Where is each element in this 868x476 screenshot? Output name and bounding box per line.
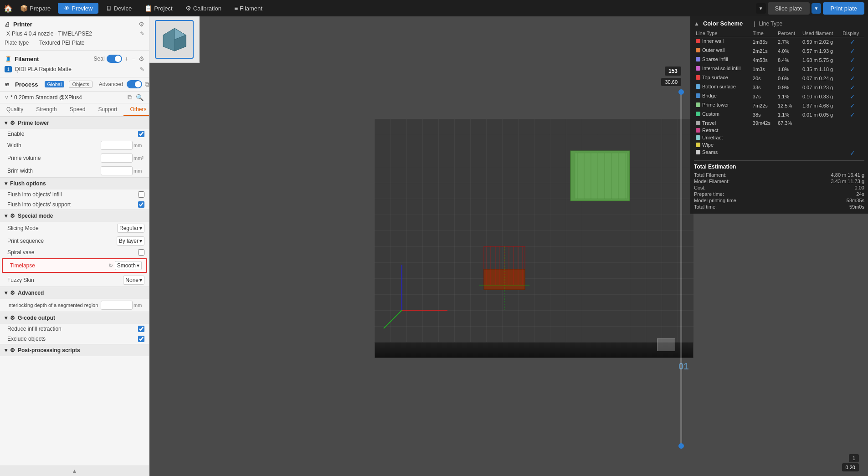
filament-add-icon[interactable]: +	[125, 55, 128, 62]
printer-settings-icon[interactable]: ⚙	[139, 20, 144, 28]
fuzzy-skin-select[interactable]: None ▾	[123, 276, 144, 285]
print-plate-button[interactable]: Print plate	[823, 2, 864, 15]
scroll-up-icon[interactable]: ▲	[72, 468, 77, 474]
spiral-vase-checkbox[interactable]	[138, 249, 144, 256]
filament-icon: ≡	[234, 5, 238, 12]
gcode-output-header[interactable]: ▾ ⚙ G-code output	[0, 312, 149, 324]
col-line-type: Line Type	[694, 30, 751, 37]
slice-plate-button[interactable]: Slice plate	[768, 2, 810, 15]
cost-label: Cost:	[694, 185, 706, 190]
prime-tower-header[interactable]: ▾ ⚙ Prime tower	[0, 117, 149, 129]
advanced-icon: ⚙	[10, 290, 15, 296]
row-display-7[interactable]: ✓	[841, 101, 864, 110]
tab-strength[interactable]: Strength	[30, 103, 63, 116]
estimation-section: Total Estimation Total Filament: 4.80 m …	[694, 160, 864, 210]
home-icon[interactable]: 🏠	[4, 4, 13, 13]
prime-tower-width-input[interactable]: 35	[101, 141, 133, 150]
nav-device[interactable]: 🖥 Device	[100, 3, 138, 14]
row-display-3[interactable]: ✓	[841, 65, 864, 74]
row-display-0[interactable]: ✓	[841, 37, 864, 47]
row-display-11[interactable]	[841, 134, 864, 141]
row-display-10[interactable]	[841, 127, 864, 134]
viewport[interactable]: 01 153 30.60 1 0.20 ▲ Color Scheme | Lin…	[149, 16, 868, 476]
layer-slider-container[interactable]	[678, 89, 685, 449]
thumbnail-image[interactable]	[155, 20, 194, 59]
flush-support-checkbox[interactable]	[138, 201, 144, 208]
special-mode-header[interactable]: ▾ ⚙ Special mode	[0, 210, 149, 222]
nav-preview[interactable]: 👁 Preview	[58, 3, 98, 14]
interlocking-input[interactable]: 0	[101, 301, 133, 310]
prime-tower-enable-row: Enable	[0, 129, 149, 139]
plate-type-value[interactable]: Textured PEI Plate	[39, 40, 84, 46]
row-display-6[interactable]: ✓	[841, 92, 864, 101]
tab-support[interactable]: Support	[92, 103, 123, 116]
row-time-11	[751, 134, 776, 141]
nav-prepare[interactable]: 📦 Prepare	[15, 3, 56, 14]
brim-width-label: Brim width	[7, 168, 101, 174]
row-display-8[interactable]: ✓	[841, 110, 864, 119]
nav-preview-label: Preview	[72, 5, 92, 12]
process-global-tag[interactable]: Global	[45, 81, 65, 87]
tab-others[interactable]: Others	[123, 103, 149, 116]
timelapse-label: Timelapse	[10, 262, 108, 269]
reduce-retraction-checkbox[interactable]	[138, 326, 144, 332]
filament-seal-toggle[interactable]	[107, 55, 122, 63]
nav-filament[interactable]: ≡ Filament	[229, 3, 268, 14]
col-filament: Used filament	[801, 30, 841, 37]
total-filament-row: Total Filament: 4.80 m 16.41 g	[694, 172, 864, 178]
slicing-mode-select[interactable]: Regular ▾	[117, 224, 144, 233]
print-dropdown-arrow[interactable]: ▼	[812, 3, 822, 14]
printer-edit-icon[interactable]: ✎	[140, 31, 144, 37]
main-layout: 🖨 Printer ⚙ X-Plus 4 0.4 nozzle - TIMELA…	[0, 16, 868, 476]
settings-content: ▾ ⚙ Prime tower Enable Width 35 mm Prime…	[0, 117, 149, 466]
print-sequence-select[interactable]: By layer ▾	[117, 236, 144, 246]
layer-slider-thumb-top[interactable]	[678, 89, 684, 95]
layer-slider-thumb-bottom[interactable]	[678, 443, 684, 449]
color-panel-expand-icon[interactable]: ▲	[694, 20, 699, 27]
row-display-1[interactable]: ✓	[841, 46, 864, 56]
flush-infill-checkbox[interactable]	[138, 191, 144, 198]
gcode-collapse-icon: ▾	[5, 315, 7, 321]
process-copy-icon[interactable]: ⧉	[144, 81, 149, 88]
total-time-label: Total time:	[694, 204, 717, 210]
advanced-header[interactable]: ▾ ⚙ Advanced	[0, 287, 149, 299]
slice-dropdown-arrow[interactable]: ▼	[756, 3, 766, 14]
row-display-2[interactable]: ✓	[841, 56, 864, 65]
prime-volume-input[interactable]: 45	[101, 154, 133, 163]
tab-quality[interactable]: Quality	[0, 103, 30, 116]
process-objects-tag[interactable]: Objects	[69, 81, 92, 88]
row-display-9[interactable]	[841, 119, 864, 127]
model-filament-row: Model Filament: 3.43 m 11.73 g	[694, 178, 864, 184]
color-scheme-table: Line Type Time Percent Used filament Dis…	[694, 30, 864, 158]
nav-project[interactable]: 📋 Project	[139, 3, 178, 14]
row-time-2: 4m58s	[751, 56, 776, 65]
row-display-5[interactable]: ✓	[841, 83, 864, 92]
line-type-label[interactable]: Line Type	[759, 20, 782, 27]
row-filament-8: 0.01 m 0.05 g	[801, 110, 841, 119]
timelapse-select[interactable]: Smooth ▾	[115, 261, 142, 270]
nav-calibration[interactable]: ⚙ Calibration	[180, 3, 227, 14]
flush-options-header[interactable]: ▾ Flush options	[0, 177, 149, 189]
exclude-objects-checkbox[interactable]	[138, 336, 144, 342]
advanced-toggle[interactable]	[127, 80, 142, 88]
tab-speed[interactable]: Speed	[63, 103, 92, 116]
row-display-13[interactable]: ✓	[841, 148, 864, 158]
post-processing-header[interactable]: ▾ ⚙ Post-processing scripts	[0, 344, 149, 356]
prime-tower-enable-checkbox[interactable]	[138, 131, 144, 137]
preset-search-icon[interactable]: 🔍	[135, 94, 144, 101]
line-type-separator: |	[754, 20, 755, 27]
brim-width-input[interactable]: 3	[101, 166, 133, 175]
filament-remove-icon[interactable]: −	[132, 55, 136, 62]
filament-edit-icon[interactable]: ✎	[140, 66, 144, 72]
preset-copy-icon[interactable]: ⧉	[127, 93, 133, 101]
row-filament-2: 1.68 m 5.75 g	[801, 56, 841, 65]
row-time-13	[751, 148, 776, 158]
filament-settings-icon[interactable]: ⚙	[139, 55, 144, 62]
row-display-12[interactable]	[841, 141, 864, 148]
view-cube[interactable]	[657, 338, 675, 351]
total-time-value: 59m0s	[849, 204, 864, 210]
nav-device-label: Device	[114, 5, 132, 12]
timelapse-refresh-icon[interactable]: ↻	[108, 262, 113, 269]
preset-name[interactable]: * 0.20mm Standard @XPlus4	[10, 94, 125, 101]
row-display-4[interactable]: ✓	[841, 74, 864, 83]
